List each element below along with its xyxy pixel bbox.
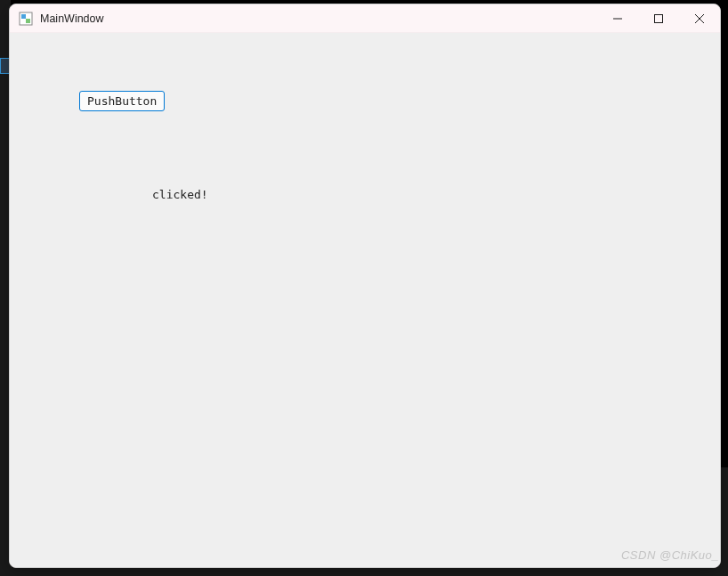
close-button[interactable]	[679, 4, 720, 33]
window-title: MainWindow	[40, 12, 104, 25]
svg-rect-1	[21, 14, 26, 19]
push-button[interactable]: PushButton	[79, 91, 165, 111]
titlebar[interactable]: MainWindow	[10, 4, 720, 33]
watermark: CSDN @ChiKuo_	[621, 548, 719, 562]
minimize-button[interactable]	[597, 4, 638, 33]
status-label: clicked!	[152, 188, 208, 201]
maximize-button[interactable]	[638, 4, 679, 33]
window-controls	[597, 4, 720, 32]
svg-rect-4	[655, 15, 663, 23]
client-area: PushButton clicked!	[10, 33, 720, 567]
svg-rect-2	[26, 19, 30, 23]
app-icon	[19, 12, 33, 26]
main-window: MainWindow PushButton clicked!	[9, 4, 721, 568]
